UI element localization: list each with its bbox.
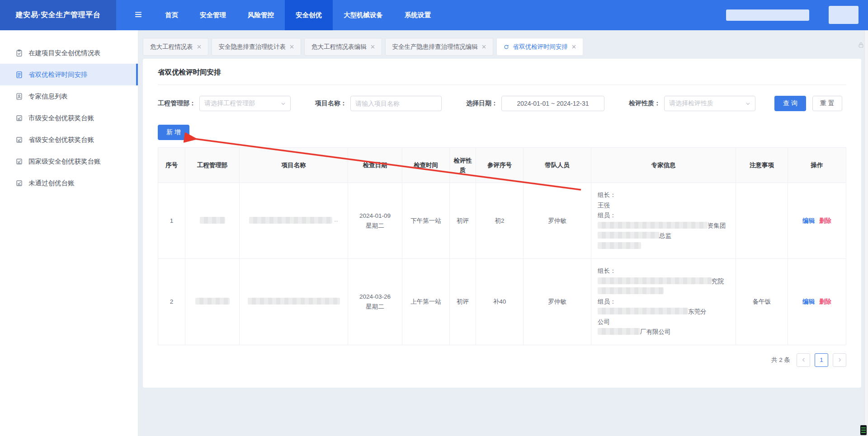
experts-line: 究院 — [598, 277, 729, 287]
nav-item-label: 大型机械设备 — [344, 11, 383, 19]
expert-doc-icon — [15, 93, 23, 100]
dept-filter-label: 工程管理部： — [158, 99, 196, 108]
nav-item-label: 安全管理 — [200, 11, 226, 19]
tab-label: 危大工程情况表 — [150, 43, 193, 51]
current-page-button[interactable]: 1 — [815, 353, 828, 367]
experts-line-suffix: 总监 — [659, 232, 671, 239]
close-icon[interactable] — [197, 45, 201, 49]
redacted-text — [598, 242, 641, 249]
menu-fold-icon — [134, 10, 142, 20]
brand-title: 建安易·安全生产管理平台 — [0, 0, 116, 30]
cell-seq: 2 — [158, 259, 185, 345]
redacted-user-info — [726, 9, 809, 21]
chevron-down-icon — [745, 101, 750, 106]
sidebar-item-label: 省级安全创优获奖台账 — [28, 136, 94, 144]
experts-line — [598, 286, 729, 297]
chevron-left-icon — [801, 357, 806, 362]
project-name-input[interactable] — [350, 96, 442, 111]
page-title: 省双优检评时间安排 — [158, 68, 846, 77]
cell-project-suffix: ·· — [334, 217, 338, 224]
col-notes: 注意事项 — [736, 148, 788, 183]
nav-item-system-settings[interactable]: 系统设置 — [394, 0, 442, 30]
delete-link[interactable]: 删除 — [819, 217, 831, 224]
sidebar-item-label: 专家信息列表 — [28, 92, 68, 101]
sidebar-item-province-award-ledger[interactable]: 省级安全创优获奖台账 — [0, 129, 138, 150]
next-page-button[interactable] — [833, 353, 846, 367]
lock-icon — [858, 42, 864, 50]
nav-item-large-machinery[interactable]: 大型机械设备 — [333, 0, 394, 30]
col-check-date: 检查日期 — [348, 148, 402, 183]
date-range-input[interactable] — [501, 96, 604, 111]
chevron-right-icon — [837, 357, 842, 362]
project-filter-label: 项目名称： — [315, 99, 347, 108]
sync-icon[interactable] — [504, 44, 509, 50]
dept-select[interactable]: 请选择工程管理部 — [199, 96, 291, 111]
cell-seq: 1 — [158, 183, 185, 259]
col-nature: 检评性质 — [450, 148, 476, 183]
table-row: 2 2024-03-26 星期二 上午第一站 初评 补40 罗仲 — [158, 259, 846, 345]
tab-dangerous-projects-table[interactable]: 危大工程情况表 — [143, 38, 208, 56]
nav-item-safety-management[interactable]: 安全管理 — [189, 0, 237, 30]
checklist-icon — [15, 114, 23, 122]
check-date: 2024-01-09 — [352, 211, 398, 221]
sidebar-item-label: 未通过创优台账 — [28, 179, 75, 188]
sidebar-item-project-excellence-table[interactable]: 在建项目安全创优情况表 — [0, 42, 138, 64]
edit-link[interactable]: 编辑 — [802, 217, 815, 224]
nav-item-label: 首页 — [165, 11, 178, 19]
experts-line: 东莞分 — [598, 307, 729, 317]
close-icon[interactable] — [290, 45, 294, 49]
tab-hazard-treatment-edit[interactable]: 安全生产隐患排查治理情况编辑 — [385, 38, 493, 56]
redacted-text — [200, 217, 225, 224]
nav-item-safety-excellence[interactable]: 安全创优 — [285, 0, 333, 30]
experts-line: 组长： — [598, 266, 729, 277]
tab-label: 安全生产隐患排查治理情况编辑 — [392, 43, 478, 51]
search-button[interactable]: 查 询 — [774, 96, 806, 111]
tab-province-schedule[interactable]: 省双优检评时间安排 — [496, 38, 584, 56]
sidebar-item-label: 省双优检评时间安排 — [28, 70, 88, 79]
filter-bar: 工程管理部： 请选择工程管理部 项目名称： 选择日期： — [143, 85, 861, 111]
close-icon[interactable] — [572, 45, 576, 49]
experts-line — [598, 241, 729, 252]
experts-line-suffix: 厂有限公司 — [640, 328, 671, 335]
nature-select[interactable]: 请选择检评性质 — [664, 96, 755, 111]
sidebar-item-province-double-excellence-schedule[interactable]: 省双优检评时间安排 — [0, 64, 138, 85]
menu-fold-button[interactable] — [116, 0, 154, 30]
redacted-text — [598, 308, 688, 314]
cell-leader: 罗仲敏 — [524, 183, 591, 259]
redacted-text — [195, 298, 230, 305]
col-check-time: 检查时间 — [402, 148, 450, 183]
edit-link[interactable]: 编辑 — [802, 298, 815, 305]
experts-line: 王强 — [598, 201, 729, 211]
experts-line-suffix: 资集团 — [708, 222, 726, 229]
sidebar-item-not-passed-ledger[interactable]: 未通过创优台账 — [0, 172, 138, 194]
checklist-icon — [15, 136, 23, 144]
dept-select-placeholder: 请选择工程管理部 — [204, 99, 255, 108]
add-button[interactable]: 新 增 — [158, 125, 189, 140]
cell-experts: 组长： 究院 组员： 东莞分 公司 厂有限公司 — [591, 259, 736, 345]
prev-page-button[interactable] — [797, 353, 810, 367]
tab-dangerous-projects-edit[interactable]: 危大工程情况表编辑 — [304, 38, 382, 56]
experts-line: 组长： — [598, 190, 729, 201]
tab-hazard-inspection-stats[interactable]: 安全隐患排查治理统计表 — [212, 38, 302, 56]
nature-filter-label: 检评性质： — [629, 99, 660, 108]
check-date: 2024-03-26 — [352, 292, 398, 302]
scrollbar-corner-widget[interactable] — [860, 425, 867, 435]
main-nav: 首页 安全管理 风险管控 安全创优 大型机械设备 系统设置 — [116, 0, 442, 30]
tab-label: 危大工程情况表编辑 — [311, 43, 367, 51]
sidebar-item-city-award-ledger[interactable]: 市级安全创优获奖台账 — [0, 107, 138, 129]
sidebar-item-expert-list[interactable]: 专家信息列表 — [0, 85, 138, 107]
nav-item-homepage[interactable]: 首页 — [154, 0, 189, 30]
nav-item-risk-control[interactable]: 风险管控 — [237, 0, 285, 30]
reset-button[interactable]: 重 置 — [812, 96, 842, 111]
sidebar-item-national-award-ledger[interactable]: 国家级安全创优获奖台账 — [0, 150, 138, 172]
close-icon[interactable] — [371, 45, 375, 49]
cell-actions: 编辑删除 — [788, 183, 846, 259]
main-content-area: 危大工程情况表 安全隐患排查治理统计表 危大工程情况表编辑 安全生产隐患排查治理… — [138, 30, 868, 436]
delete-link[interactable]: 删除 — [819, 298, 831, 305]
col-seq: 序号 — [158, 148, 185, 183]
cell-nature: 初评 — [450, 259, 476, 345]
close-icon[interactable] — [482, 45, 486, 49]
scrollbar-track[interactable] — [864, 30, 868, 436]
redacted-text — [598, 222, 708, 229]
cell-project — [240, 259, 348, 345]
